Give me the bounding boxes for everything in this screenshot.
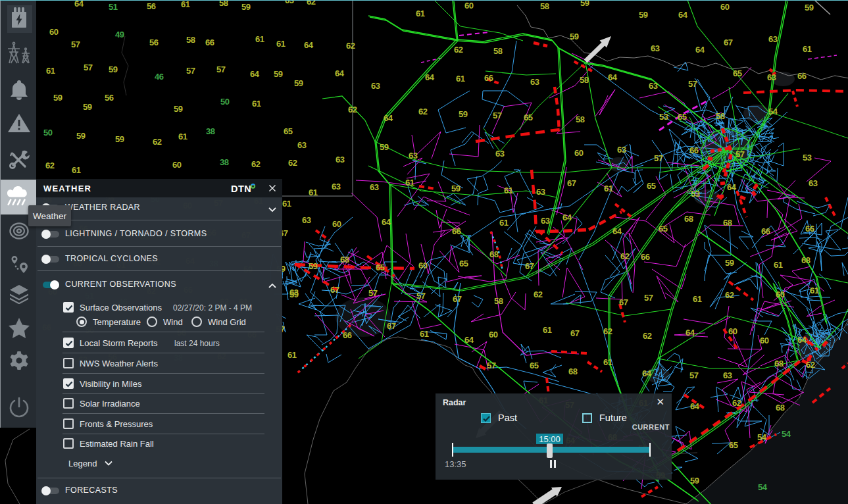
svg-text:DTN: DTN: [231, 184, 251, 194]
svg-text:57: 57: [688, 79, 697, 89]
svg-text:53: 53: [803, 153, 812, 163]
svg-text:61: 61: [255, 34, 264, 44]
svg-text:60: 60: [720, 2, 730, 12]
svg-text:63: 63: [371, 81, 380, 91]
svg-text:50: 50: [43, 128, 53, 138]
svg-text:64: 64: [727, 182, 737, 192]
svg-text:58: 58: [493, 46, 503, 56]
svg-text:67: 67: [619, 297, 628, 307]
svg-text:64: 64: [425, 72, 435, 82]
svg-text:60: 60: [728, 326, 737, 336]
svg-text:57: 57: [736, 149, 745, 159]
svg-text:58: 58: [580, 75, 589, 85]
svg-text:49: 49: [115, 30, 124, 39]
svg-text:67: 67: [330, 285, 339, 295]
svg-text:66: 66: [452, 226, 461, 236]
svg-text:62: 62: [346, 41, 355, 51]
svg-text:54: 54: [782, 429, 791, 439]
svg-text:63: 63: [332, 182, 341, 191]
svg-text:61: 61: [456, 74, 465, 84]
svg-text:62: 62: [307, 0, 316, 7]
svg-text:58: 58: [540, 1, 549, 11]
svg-text:68: 68: [801, 255, 811, 265]
svg-text:63: 63: [495, 149, 505, 159]
svg-text:68: 68: [340, 255, 349, 265]
svg-text:63: 63: [409, 151, 418, 161]
svg-text:63: 63: [541, 216, 550, 226]
svg-text:54: 54: [758, 482, 768, 492]
svg-text:56: 56: [149, 38, 159, 47]
svg-text:63: 63: [370, 182, 379, 192]
svg-text:53: 53: [659, 112, 668, 122]
svg-text:66: 66: [805, 224, 814, 234]
svg-text:59: 59: [639, 10, 648, 20]
svg-text:64: 64: [382, 217, 391, 227]
svg-text:63: 63: [649, 81, 658, 91]
svg-text:64: 64: [464, 335, 474, 345]
svg-text:63: 63: [285, 0, 294, 5]
svg-text:61: 61: [46, 66, 55, 76]
svg-text:64: 64: [562, 213, 572, 222]
svg-text:63: 63: [297, 140, 307, 150]
svg-text:66: 66: [484, 73, 493, 83]
svg-text:62: 62: [45, 161, 55, 170]
svg-text:59: 59: [53, 93, 62, 103]
svg-text:67: 67: [453, 294, 462, 304]
svg-text:64: 64: [690, 401, 700, 411]
svg-text:61: 61: [178, 132, 187, 141]
svg-text:59: 59: [109, 64, 118, 74]
svg-text:65: 65: [524, 113, 533, 122]
svg-text:61: 61: [72, 165, 81, 175]
svg-text:62: 62: [251, 159, 261, 169]
svg-text:66: 66: [641, 252, 650, 262]
svg-text:61: 61: [543, 325, 552, 335]
svg-text:65: 65: [284, 126, 293, 136]
svg-text:64: 64: [335, 68, 345, 78]
svg-text:61: 61: [416, 9, 425, 18]
svg-text:57: 57: [487, 361, 496, 370]
svg-text:66: 66: [205, 38, 214, 47]
svg-text:68: 68: [723, 218, 732, 228]
svg-text:65: 65: [733, 68, 742, 78]
svg-text:67: 67: [567, 178, 576, 188]
svg-text:60: 60: [464, 1, 474, 11]
svg-text:61: 61: [803, 44, 812, 54]
svg-text:68: 68: [776, 403, 785, 413]
svg-text:61: 61: [693, 294, 702, 304]
svg-text:62: 62: [288, 158, 297, 168]
svg-text:61: 61: [810, 286, 819, 295]
svg-text:60: 60: [776, 290, 785, 299]
svg-text:59: 59: [459, 109, 468, 119]
svg-text:58: 58: [576, 114, 585, 124]
svg-text:61: 61: [774, 260, 783, 270]
svg-text:59: 59: [115, 134, 124, 144]
svg-text:61: 61: [604, 184, 613, 193]
svg-text:60: 60: [489, 330, 498, 340]
svg-text:62: 62: [620, 251, 630, 261]
svg-text:61: 61: [603, 357, 612, 367]
svg-text:63: 63: [336, 155, 345, 164]
svg-text:62: 62: [643, 331, 652, 341]
svg-text:57: 57: [84, 63, 93, 72]
svg-text:59: 59: [274, 69, 283, 79]
svg-text:64: 64: [686, 328, 695, 338]
svg-text:61: 61: [181, 0, 190, 9]
svg-text:68: 68: [489, 249, 499, 259]
svg-text:63: 63: [536, 187, 545, 197]
svg-text:64: 64: [612, 226, 622, 236]
svg-text:60: 60: [332, 219, 341, 229]
svg-text:59: 59: [309, 261, 318, 271]
svg-text:57: 57: [493, 111, 502, 120]
svg-text:63: 63: [530, 77, 539, 87]
svg-text:62: 62: [348, 105, 357, 114]
svg-text:53: 53: [691, 189, 700, 199]
svg-text:62: 62: [725, 290, 734, 300]
svg-text:64: 64: [74, 0, 84, 9]
svg-text:59: 59: [76, 131, 86, 141]
svg-text:61: 61: [309, 188, 318, 197]
svg-text:62: 62: [534, 290, 543, 299]
svg-text:59: 59: [241, 2, 251, 12]
svg-text:61: 61: [276, 39, 286, 49]
svg-text:59: 59: [690, 476, 699, 486]
svg-text:68: 68: [684, 214, 693, 224]
